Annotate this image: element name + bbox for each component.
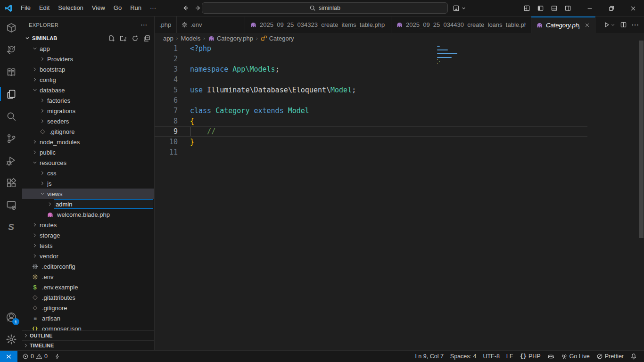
status-language-mode[interactable]: {}PHP bbox=[516, 353, 544, 360]
line-number[interactable]: 7 bbox=[155, 106, 178, 116]
status-cursor-position[interactable]: Ln 9, Col 7 bbox=[412, 353, 446, 360]
breadcrumb-category-php[interactable]: Category.php bbox=[208, 35, 253, 42]
nav-forward-icon[interactable] bbox=[194, 4, 202, 12]
cube-icon[interactable] bbox=[0, 16, 22, 39]
run-code-button[interactable] bbox=[603, 21, 615, 28]
menu-edit[interactable]: Edit bbox=[35, 2, 54, 14]
status-indentation[interactable]: Spaces: 4 bbox=[447, 353, 480, 360]
line-number[interactable]: 4 bbox=[155, 74, 178, 85]
tree-item-gitignore[interactable]: .gitignore bbox=[22, 303, 154, 313]
line-number[interactable]: 5 bbox=[155, 85, 178, 95]
collapse-all-icon[interactable] bbox=[143, 35, 150, 42]
line-number[interactable]: 2 bbox=[155, 54, 178, 64]
new-file-icon[interactable] bbox=[108, 35, 115, 42]
octopus-icon[interactable] bbox=[0, 39, 22, 61]
problems-indicator[interactable]: 0 0 bbox=[19, 353, 51, 360]
tree-item-vendor[interactable]: vendor bbox=[22, 251, 154, 261]
remote-explorer-icon[interactable] bbox=[0, 194, 22, 216]
tree-item-config[interactable]: config bbox=[22, 74, 154, 85]
source-control-icon[interactable] bbox=[0, 127, 22, 149]
accounts-icon[interactable]: 1 bbox=[0, 306, 22, 328]
search-icon[interactable] bbox=[0, 105, 22, 127]
code-line-1[interactable]: 1<?php bbox=[155, 43, 644, 54]
code-line-6[interactable]: 6 bbox=[155, 95, 644, 106]
line-number[interactable]: 11 bbox=[155, 147, 178, 157]
tab-php[interactable]: .php bbox=[155, 16, 177, 33]
new-folder-input[interactable] bbox=[54, 199, 153, 209]
code-line-9[interactable]: 9 // bbox=[155, 126, 587, 137]
status-prettier[interactable]: Prettier bbox=[593, 353, 627, 360]
code-line-11[interactable]: 11 bbox=[155, 147, 644, 157]
tab-2025-09-25-034323-create-items-table-php[interactable]: 2025_09_25_034323_create_items_table.php bbox=[245, 16, 391, 33]
tree-item-resources[interactable]: resources bbox=[22, 157, 154, 168]
files-icon[interactable] bbox=[0, 83, 22, 105]
line-number[interactable]: 1 bbox=[155, 43, 178, 54]
breadcrumb-category[interactable]: Category bbox=[261, 35, 294, 42]
tree-item-storage[interactable]: storage bbox=[22, 230, 154, 240]
breadcrumb-models[interactable]: Models bbox=[181, 35, 200, 42]
new-folder-icon[interactable] bbox=[120, 35, 127, 42]
tree-item-gitignore[interactable]: .gitignore bbox=[22, 126, 154, 137]
tree-item-tests[interactable]: tests bbox=[22, 240, 154, 251]
section-outline[interactable]: OUTLINE bbox=[22, 330, 154, 340]
tree-item-artisan[interactable]: ≡artisan bbox=[22, 313, 154, 323]
toggle-sidebar-icon[interactable] bbox=[537, 5, 544, 12]
tree-item-routes[interactable]: routes bbox=[22, 220, 154, 230]
menu-view[interactable]: View bbox=[88, 2, 109, 14]
extensions-icon[interactable] bbox=[0, 172, 22, 194]
line-number[interactable]: 6 bbox=[155, 95, 178, 106]
run-dropdown-icon[interactable] bbox=[611, 23, 615, 27]
close-tab-icon[interactable] bbox=[584, 22, 590, 28]
tree-item-views[interactable]: views bbox=[22, 189, 154, 199]
tab-env[interactable]: .env bbox=[177, 16, 245, 33]
tree-item-seeders[interactable]: seeders bbox=[22, 116, 154, 126]
line-number[interactable]: 8 bbox=[155, 116, 178, 126]
close-button[interactable] bbox=[622, 0, 644, 16]
section-timeline[interactable]: TIMELINE bbox=[22, 340, 154, 350]
book-icon[interactable] bbox=[0, 61, 22, 83]
status-copilot[interactable] bbox=[544, 353, 558, 360]
code-editor[interactable]: 1<?php23namespace App\Models;45use Illum… bbox=[155, 43, 644, 350]
tree-item-js[interactable]: js bbox=[22, 178, 154, 189]
code-line-7[interactable]: 7class Category extends Model bbox=[155, 106, 644, 116]
status-notifications[interactable] bbox=[627, 353, 640, 360]
command-center-search[interactable]: siminlab bbox=[202, 2, 448, 14]
menu-go[interactable]: Go bbox=[109, 2, 126, 14]
tree-item-editorconfig[interactable]: .editorconfig bbox=[22, 261, 154, 272]
line-number[interactable]: 10 bbox=[155, 137, 178, 147]
editor-more-actions-icon[interactable]: ··· bbox=[632, 21, 639, 28]
minimize-button[interactable] bbox=[579, 0, 601, 16]
customize-layout-icon[interactable] bbox=[453, 5, 460, 12]
tree-item-env-example[interactable]: $.env.example bbox=[22, 282, 154, 292]
code-line-3[interactable]: 3namespace App\Models; bbox=[155, 64, 644, 74]
toggle-panel-icon[interactable] bbox=[551, 5, 558, 12]
tab-2025-09-25-034430-create-loans-table-php[interactable]: 2025_09_25_034430_create_loans_table.php bbox=[391, 16, 531, 33]
tree-item-database[interactable]: database bbox=[22, 85, 154, 95]
tree-item-migrations[interactable]: migrations bbox=[22, 106, 154, 116]
menu-file[interactable]: File bbox=[17, 2, 35, 14]
tab-category-php[interactable]: Category.php bbox=[531, 16, 595, 33]
remote-indicator[interactable] bbox=[0, 351, 17, 362]
tree-item-composer-json[interactable]: {}composer.json bbox=[22, 323, 154, 330]
run-debug-icon[interactable] bbox=[0, 149, 22, 172]
tree-item-css[interactable]: css bbox=[22, 168, 154, 178]
tree-item-admin[interactable] bbox=[22, 199, 154, 209]
nav-back-icon[interactable] bbox=[182, 4, 190, 12]
tree-item-welcome-blade-php[interactable]: welcome.blade.php bbox=[22, 209, 154, 220]
code-line-5[interactable]: 5use Illuminate\Database\Eloquent\Model; bbox=[155, 85, 644, 95]
code-line-4[interactable]: 4 bbox=[155, 74, 644, 85]
menu-[interactable]: ··· bbox=[146, 2, 160, 14]
status-go-live[interactable]: Go Live bbox=[558, 353, 593, 360]
tree-item-bootstrap[interactable]: bootstrap bbox=[22, 64, 154, 74]
minimap[interactable] bbox=[437, 46, 457, 66]
workspace-section-header[interactable]: SIMINLAB bbox=[22, 33, 154, 43]
refresh-icon[interactable] bbox=[132, 35, 139, 42]
menu-selection[interactable]: Selection bbox=[54, 2, 87, 14]
tree-item-gitattributes[interactable]: .gitattributes bbox=[22, 292, 154, 303]
editor-scrollbar[interactable] bbox=[639, 41, 644, 238]
menu-run[interactable]: Run bbox=[126, 2, 146, 14]
toggle-secondary-sidebar-icon[interactable] bbox=[564, 5, 571, 12]
chevron-down-icon[interactable] bbox=[461, 6, 466, 11]
tree-item-public[interactable]: public bbox=[22, 147, 154, 157]
code-line-10[interactable]: 10} bbox=[155, 137, 644, 147]
